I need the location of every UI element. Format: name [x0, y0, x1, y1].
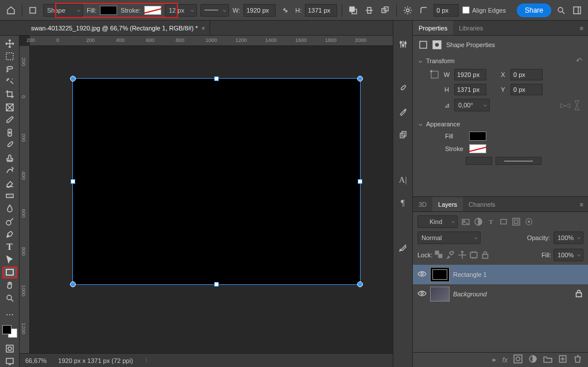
history-brush-tool[interactable] [2, 165, 17, 176]
quickmask-icon[interactable] [2, 343, 17, 354]
stroke-style-dropdown[interactable] [200, 4, 229, 17]
gradient-tool[interactable] [2, 190, 17, 202]
brushes-icon[interactable] [397, 106, 409, 118]
prop-y-input[interactable] [510, 84, 543, 95]
new-layer-icon[interactable] [558, 354, 567, 365]
stroke-type-chip[interactable] [496, 157, 541, 165]
tab-properties[interactable]: Properties [413, 21, 453, 35]
radius-input[interactable] [434, 4, 459, 17]
pen-tool[interactable] [2, 229, 17, 240]
filter-adjust-icon[interactable] [474, 217, 483, 226]
share-button[interactable]: Share [517, 3, 551, 17]
move-tool[interactable] [2, 38, 17, 49]
filter-kind-dropdown[interactable]: Kind [417, 215, 458, 228]
delete-layer-icon[interactable] [573, 354, 582, 365]
prop-height-input[interactable] [454, 84, 486, 95]
tab-libraries[interactable]: Libraries [453, 21, 489, 35]
canvas-stage[interactable] [30, 46, 393, 353]
type-tool[interactable]: T [2, 241, 17, 253]
foreground-background-swatch[interactable] [2, 325, 17, 338]
reset-icon[interactable]: ↶ [576, 56, 582, 65]
layers-menu-icon[interactable]: ≡ [575, 201, 588, 208]
adjustment-add-icon[interactable] [528, 354, 537, 365]
flip-h-icon[interactable]: ▷◁ [560, 101, 570, 110]
stroke-swatch[interactable] [144, 6, 161, 15]
handle-bc[interactable] [214, 282, 219, 287]
dodge-tool[interactable] [2, 216, 17, 227]
lock-icon[interactable] [574, 289, 583, 299]
ruler-vertical[interactable]: 2000200400600800100012001400 [20, 46, 30, 353]
filter-smart-icon[interactable] [512, 217, 521, 226]
brush-settings-icon[interactable] [397, 83, 409, 95]
filter-pixel-icon[interactable] [461, 217, 470, 226]
blur-tool[interactable] [2, 203, 17, 214]
layer-rectangle-1[interactable]: Rectangle 1 [413, 265, 588, 284]
link-wh-icon[interactable] [279, 4, 292, 17]
adjustments-icon[interactable] [397, 38, 409, 51]
bounds-icon[interactable] [430, 70, 439, 79]
lock-all-icon[interactable] [481, 250, 490, 260]
mask-add-icon[interactable] [513, 354, 523, 365]
healing-tool[interactable] [2, 127, 17, 138]
hand-tool[interactable] [2, 280, 17, 291]
zoom-level[interactable]: 66,67% [25, 357, 47, 364]
opacity-input[interactable]: 100% [554, 231, 583, 244]
document-tab[interactable]: swan-4013225_1920.jpg @ 66,7% (Rectangle… [26, 21, 210, 35]
angle-input[interactable]: 0,00° [454, 99, 490, 111]
handle-tl[interactable] [70, 76, 76, 82]
crop-tool[interactable] [2, 88, 17, 100]
doc-dimensions[interactable]: 1920 px x 1371 px (72 ppi) [58, 357, 133, 364]
stroke-width-dropdown[interactable]: 12 px [165, 4, 197, 17]
home-icon[interactable] [5, 4, 17, 17]
selection-bounds[interactable] [72, 78, 361, 285]
filter-shape-icon[interactable] [499, 217, 508, 226]
prop-x-input[interactable] [510, 69, 543, 80]
fx-icon[interactable]: fx [502, 356, 508, 364]
handle-tr[interactable] [357, 76, 363, 82]
lock-pixels-icon[interactable] [446, 250, 455, 260]
prop-width-input[interactable] [454, 69, 486, 80]
visibility-icon[interactable] [417, 289, 427, 299]
align-edges-checkbox[interactable]: Align Edges [462, 6, 506, 14]
tool-presets-icon[interactable] [397, 241, 409, 254]
clone-source-icon[interactable] [397, 129, 409, 141]
shape-mode-dropdown[interactable]: Shape [43, 4, 83, 17]
group-icon[interactable] [543, 354, 552, 365]
layer-name[interactable]: Rectangle 1 [453, 271, 583, 278]
wand-tool[interactable] [2, 76, 17, 87]
handle-mr[interactable] [358, 179, 362, 184]
tab-channels[interactable]: Channels [463, 197, 501, 211]
appearance-fill-swatch[interactable] [469, 132, 486, 141]
workspace-icon[interactable] [571, 4, 583, 17]
stamp-tool[interactable] [2, 152, 17, 164]
eyedropper-tool[interactable] [2, 114, 17, 126]
gear-icon[interactable] [401, 4, 414, 17]
handle-tc[interactable] [214, 76, 219, 81]
corner-radius-icon[interactable] [417, 4, 430, 17]
search-icon[interactable] [555, 4, 567, 17]
layer-background[interactable]: Background [413, 284, 588, 304]
appearance-stroke-swatch[interactable] [469, 144, 486, 153]
fill-swatch[interactable] [100, 6, 117, 15]
marquee-tool[interactable] [2, 51, 17, 62]
ruler-horizontal[interactable]: 2000200400600800100012001400160018002000 [30, 36, 393, 46]
layer-name[interactable]: Background [453, 291, 571, 298]
handle-br[interactable] [357, 281, 363, 287]
path-select-tool[interactable] [2, 254, 17, 265]
blend-mode-dropdown[interactable]: Normal [417, 231, 481, 244]
filter-type-icon[interactable]: T [486, 217, 496, 226]
filter-toggle-icon[interactable]: ⦿ [524, 217, 533, 226]
handle-ml[interactable] [71, 179, 75, 184]
screenmode-icon[interactable] [2, 356, 17, 367]
appearance-section[interactable]: ⌵Appearance [419, 118, 582, 130]
lock-position-icon[interactable] [458, 250, 467, 260]
panel-menu-icon[interactable]: ≡ [575, 25, 588, 32]
visibility-icon[interactable] [417, 269, 427, 280]
tool-preset-icon[interactable] [27, 4, 40, 17]
paragraph-icon[interactable]: ¶ [397, 196, 409, 209]
close-tab-icon[interactable]: × [202, 25, 205, 32]
frame-tool[interactable] [2, 102, 17, 113]
lasso-tool[interactable] [2, 63, 17, 75]
layer-thumbnail[interactable] [430, 287, 450, 302]
link-layers-icon[interactable]: ⚭ [491, 356, 497, 364]
